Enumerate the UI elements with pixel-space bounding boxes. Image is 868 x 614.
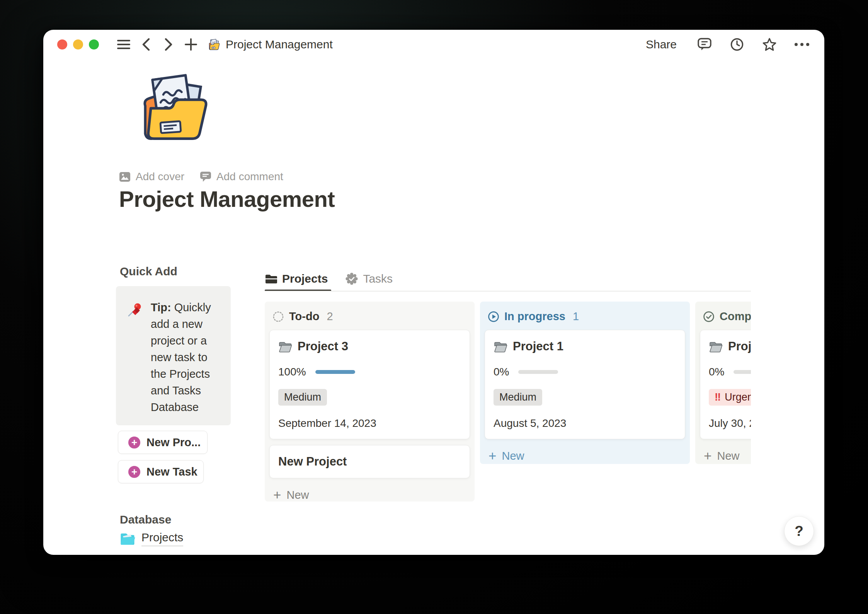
- add-card-label: New: [286, 489, 309, 501]
- zoom-window-button[interactable]: [89, 39, 99, 49]
- column-header-inprogress[interactable]: In progress1: [485, 306, 685, 330]
- card-due-date: July 30, 2023: [709, 417, 751, 430]
- kanban-board: To-do2Project 3100%MediumSeptember 14, 2…: [265, 302, 751, 501]
- add-cover-button[interactable]: Add cover: [119, 171, 184, 183]
- plus-icon: +: [704, 449, 711, 462]
- image-icon: [119, 172, 131, 182]
- titlebar-page[interactable]: Project Management: [208, 38, 333, 51]
- column-count: 2: [327, 310, 333, 323]
- history-button[interactable]: [728, 36, 745, 53]
- database-projects-link[interactable]: Projects: [120, 531, 183, 546]
- tip-text: Tip: Quickly add a new project or a new …: [151, 299, 221, 425]
- progress-label: 0%: [494, 366, 509, 378]
- page-folder-icon: [208, 39, 220, 50]
- page-icon-folder-illustration[interactable]: [137, 70, 211, 144]
- column-label: Completed: [720, 310, 751, 323]
- progress-bar: [518, 370, 558, 374]
- pink-plus-icon: +: [128, 466, 140, 478]
- close-window-button[interactable]: [57, 39, 67, 49]
- kanban-column-inprogress: In progress1Project 10%MediumAugust 5, 2…: [480, 302, 690, 464]
- card-title: Project 1: [513, 339, 563, 353]
- progress-bar: [734, 370, 751, 374]
- progress-label: 0%: [709, 366, 724, 378]
- minimize-window-button[interactable]: [73, 39, 83, 49]
- page-title: Project Management: [119, 186, 335, 212]
- new-tab-button[interactable]: [182, 36, 199, 53]
- project-card[interactable]: Project 3100%MediumSeptember 14, 2023: [269, 330, 470, 439]
- add-card-label: New: [717, 450, 739, 462]
- plus-icon: +: [488, 449, 496, 462]
- add-comment-button[interactable]: Add comment: [200, 171, 283, 183]
- chevron-left-icon: [142, 38, 150, 51]
- hamburger-icon: [117, 39, 131, 50]
- ellipsis-icon: [794, 43, 810, 46]
- forward-button[interactable]: [160, 36, 177, 53]
- progress-label: 100%: [278, 366, 306, 378]
- project-card[interactable]: Project0%‼UrgentJuly 30, 2023: [700, 330, 751, 439]
- favorite-button[interactable]: [761, 36, 778, 53]
- quick-add-heading: Quick Add: [120, 265, 177, 278]
- card-title: Project: [728, 339, 751, 353]
- plus-icon: +: [273, 488, 281, 501]
- progress-bar: [315, 370, 355, 374]
- new-project-button[interactable]: + New Pro...: [118, 431, 208, 454]
- help-button[interactable]: ?: [784, 516, 814, 546]
- card-title: Project 3: [298, 339, 348, 353]
- tab-projects-label: Projects: [282, 272, 328, 285]
- traffic-lights: [57, 39, 99, 49]
- column-header-todo[interactable]: To-do2: [269, 306, 470, 330]
- card-folder-icon: [709, 341, 723, 353]
- pink-plus-icon: +: [128, 437, 140, 449]
- tab-projects[interactable]: Projects: [265, 272, 328, 291]
- in-progress-play-icon: [488, 311, 499, 322]
- new-task-button-label: New Task: [146, 466, 197, 478]
- titlebar-page-title: Project Management: [226, 38, 333, 51]
- column-label: In progress: [504, 310, 565, 323]
- view-tabs: Projects Tasks: [265, 271, 751, 291]
- add-card-button-completed[interactable]: +New: [700, 445, 751, 467]
- app-window: Project Management Share: [43, 30, 824, 555]
- card-folder-icon: [278, 341, 292, 353]
- tab-tasks-label: Tasks: [363, 272, 393, 285]
- priority-tag: Medium: [278, 389, 327, 406]
- badge-check-icon: [345, 273, 358, 285]
- project-card[interactable]: New Project: [269, 445, 470, 478]
- card-due-date: August 5, 2023: [494, 417, 676, 430]
- add-cover-label: Add cover: [136, 171, 184, 183]
- tab-tasks[interactable]: Tasks: [345, 272, 393, 291]
- urgent-exclamation-icon: ‼: [715, 391, 721, 403]
- add-card-button-todo[interactable]: +New: [269, 484, 470, 501]
- comment-icon: [697, 38, 712, 51]
- back-button[interactable]: [138, 36, 155, 53]
- new-task-button[interactable]: + New Task: [118, 460, 204, 483]
- add-card-button-inprogress[interactable]: +New: [485, 445, 685, 467]
- pushpin-icon: [127, 302, 142, 318]
- column-header-completed[interactable]: Completed: [700, 306, 751, 330]
- priority-tag: ‼Urgent: [709, 389, 751, 406]
- folder-tab-icon: [265, 274, 277, 284]
- project-card[interactable]: Project 10%MediumAugust 5, 2023: [485, 330, 685, 439]
- titlebar: Project Management Share: [43, 30, 824, 59]
- card-folder-icon: [494, 341, 507, 353]
- plus-icon: [184, 38, 197, 51]
- sidebar-toggle-button[interactable]: [115, 36, 132, 53]
- tabs-divider: [265, 291, 751, 292]
- column-count: 1: [573, 310, 579, 323]
- completed-check-icon: [703, 311, 715, 322]
- priority-tag: Medium: [494, 389, 542, 406]
- comments-button[interactable]: [696, 36, 713, 53]
- more-options-button[interactable]: [793, 36, 810, 53]
- star-icon: [762, 38, 777, 51]
- chevron-right-icon: [164, 38, 173, 51]
- comment-bubble-icon: [200, 171, 211, 182]
- tip-callout: Tip: Quickly add a new project or a new …: [116, 286, 231, 425]
- board-area: Projects Tasks To-do2Project 310: [265, 271, 751, 501]
- cyan-folder-icon: [120, 532, 135, 545]
- progress-row: 0%: [709, 366, 751, 378]
- add-card-label: New: [502, 450, 524, 462]
- add-comment-label: Add comment: [216, 171, 283, 183]
- share-button[interactable]: Share: [642, 36, 681, 53]
- progress-row: 0%: [494, 366, 676, 378]
- database-heading: Database: [120, 513, 171, 526]
- new-project-button-label: New Pro...: [146, 436, 201, 449]
